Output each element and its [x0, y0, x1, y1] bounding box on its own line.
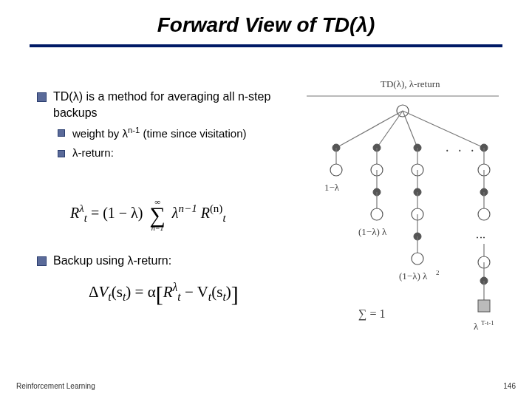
- f1-sum-sym: ∑: [149, 205, 165, 225]
- bullet-1-text: TD(λ) is a method for averaging all n-st…: [53, 90, 270, 119]
- weight-T-sup: T-t-1: [481, 319, 494, 327]
- f2-open2: (s: [211, 283, 222, 301]
- sum-equals-1: ∑ = 1: [358, 307, 385, 321]
- f1-lam: λ: [172, 205, 179, 221]
- f1-R: R: [70, 205, 79, 221]
- h-dots: · · ·: [446, 143, 477, 158]
- slide-title: Forward View of TD(λ): [0, 13, 532, 37]
- page-number: 146: [503, 382, 516, 390]
- bullet-2: Backup using λ-return:: [37, 253, 288, 269]
- bullet-1b: λ-return:: [58, 146, 288, 160]
- weight-3-a: (1−λ) λ: [399, 270, 428, 282]
- terminal-node: [478, 300, 490, 312]
- f1-R2: R: [201, 205, 210, 221]
- svg-point-24: [412, 253, 423, 265]
- formula-backup: ΔVt(st) = α[Rλt − Vt(st)]: [89, 281, 239, 307]
- bullet-2-text: Backup using λ-return:: [53, 254, 171, 267]
- f2-lb: [: [156, 282, 163, 306]
- weight-3-sup: 2: [436, 269, 440, 276]
- f1-sub: t: [84, 212, 87, 224]
- svg-point-32: [478, 208, 490, 220]
- f2-close1: ) = α: [126, 283, 155, 301]
- f2-delta: Δ: [89, 283, 99, 301]
- bullet-1a-post: (time since visitation): [140, 127, 246, 140]
- weight-T-a: λ: [474, 321, 479, 332]
- svg-line-5: [377, 111, 403, 148]
- sigma-icon: ∞ ∑ n=1: [149, 198, 165, 231]
- diagram-svg: TD(λ), λ-return 1−λ (1−λ) λ: [292, 74, 514, 355]
- formula-lambda-return: Rλt = (1 − λ) ∞ ∑ n=1 λn−1 R(n)t: [70, 198, 226, 231]
- svg-point-4: [330, 164, 342, 176]
- backup-diagram: TD(λ), λ-return 1−λ (1−λ) λ: [292, 74, 514, 355]
- f2-open1: (s: [112, 283, 123, 301]
- f2-V1: V: [99, 283, 109, 301]
- weight-1: 1−λ: [324, 182, 340, 193]
- bullet-1a: weight by λn-1 (time since visitation): [58, 125, 288, 141]
- v-dots: ⋮: [476, 233, 487, 242]
- f1-R2sup: (n): [210, 202, 223, 214]
- diagram-title: TD(λ), λ-return: [381, 78, 440, 89]
- f1-exp: n−1: [179, 202, 197, 214]
- bullet-1a-sup: n-1: [128, 126, 140, 134]
- svg-point-12: [371, 208, 383, 220]
- bullet-1b-text: λ-return:: [72, 146, 114, 159]
- f1-eq: = (1 − λ): [91, 205, 143, 221]
- bullet-1a-pre: weight by λ: [72, 127, 128, 140]
- f2-R: R: [163, 283, 173, 301]
- svg-line-1: [336, 111, 403, 148]
- f1-sum-bot: n=1: [149, 225, 165, 231]
- weight-2: (1−λ) λ: [358, 226, 387, 237]
- f1-R2sub: t: [222, 212, 225, 224]
- footer-left: Reinforcement Learning: [16, 382, 95, 390]
- bullet-1: TD(λ) is a method for averaging all n-st…: [37, 89, 288, 161]
- body-content: TD(λ) is a method for averaging all n-st…: [37, 89, 288, 174]
- f2-rb: ]: [231, 282, 239, 306]
- f2-st2: t: [222, 290, 225, 303]
- f2-minus: − V: [181, 283, 208, 301]
- title-rule: [30, 44, 502, 47]
